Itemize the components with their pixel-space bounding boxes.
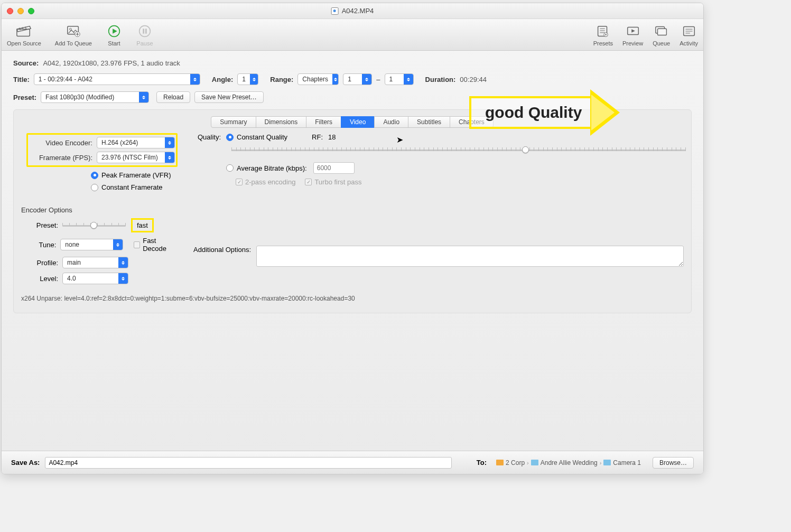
two-pass-checkbox[interactable] (236, 179, 243, 185)
tab-video[interactable]: Video (341, 116, 375, 128)
queue-button[interactable]: Queue (653, 23, 670, 46)
average-bitrate-input[interactable] (313, 162, 355, 174)
toolbar-label: Pause (136, 40, 153, 46)
save-as-input[interactable] (45, 457, 452, 469)
level-label: Level: (21, 275, 58, 283)
range-label: Range: (270, 76, 293, 83)
source-value: A042, 1920x1080, 23.976 FPS, 1 audio tra… (43, 59, 180, 67)
toolbar-label: Open Source (7, 40, 41, 46)
range-from-select[interactable]: 1 (343, 73, 372, 85)
reload-button[interactable]: Reload (156, 91, 190, 103)
constant-quality-label: Constant Quality (237, 133, 287, 141)
title-select[interactable]: 1 - 00:29:44 - A042 (34, 73, 200, 85)
level-select[interactable]: 4.0 (62, 273, 128, 284)
add-to-queue-button[interactable]: Add To Queue (55, 23, 92, 46)
start-button[interactable]: Start (106, 23, 123, 46)
rf-label: RF: (312, 133, 323, 141)
svg-point-2 (69, 28, 71, 30)
source-label: Source: (13, 59, 39, 67)
to-label: To: (477, 459, 487, 466)
presets-button[interactable]: Presets (593, 23, 613, 46)
breadcrumb[interactable]: 2 Corp› Andre Allie Wedding› Camera 1 (496, 459, 641, 466)
x264-unparse: x264 Unparse: level=4.0:ref=2:8x8dct=0:w… (21, 295, 684, 302)
peak-framerate-radio[interactable] (91, 172, 98, 179)
constant-framerate-radio[interactable] (91, 184, 98, 191)
average-bitrate-label: Average Bitrate (kbps): (237, 164, 307, 172)
tune-select[interactable]: none (60, 239, 123, 250)
folder-icon (603, 460, 611, 465)
minimize-window-button[interactable] (17, 8, 24, 14)
title-label: Title: (13, 76, 30, 83)
encoder-options-heading: Encoder Options (21, 206, 684, 214)
two-pass-label: 2-pass encoding (245, 178, 295, 186)
quality-slider[interactable] (231, 145, 686, 155)
toolbar-label: Add To Queue (55, 40, 92, 46)
pause-icon (136, 23, 153, 39)
toolbar: Open Source Add To Queue Start Pause (2, 19, 703, 51)
turbo-first-pass-label: Turbo first pass (314, 178, 361, 186)
toolbar-label: Presets (593, 40, 613, 46)
profile-select[interactable]: main (62, 257, 128, 268)
zoom-window-button[interactable] (28, 8, 34, 14)
tab-filters[interactable]: Filters (306, 116, 341, 128)
additional-options-input[interactable] (256, 246, 684, 267)
save-as-label: Save As: (11, 459, 40, 466)
video-encoder-label: Video Encoder: (29, 139, 92, 147)
main-panel: Summary Dimensions Filters Video Audio S… (13, 109, 692, 313)
pause-button[interactable]: Pause (136, 23, 153, 46)
tab-subtitles[interactable]: Subtitles (408, 116, 450, 128)
svg-rect-7 (145, 29, 147, 33)
video-encoder-select[interactable]: H.264 (x264) (97, 137, 175, 148)
duration-value: 00:29:44 (460, 76, 487, 83)
clapperboard-icon (15, 23, 32, 39)
image-plus-icon (65, 23, 82, 39)
preset-slider[interactable] (62, 221, 126, 230)
range-type-select[interactable]: Chapters (297, 73, 339, 85)
source-row: Source: A042, 1920x1080, 23.976 FPS, 1 a… (13, 59, 692, 67)
close-window-button[interactable] (7, 8, 13, 14)
preset-select[interactable]: Fast 1080p30 (Modified) (41, 91, 149, 103)
angle-label: Angle: (212, 76, 233, 83)
constant-framerate-label: Constant Framerate (101, 183, 163, 191)
constant-quality-radio[interactable] (226, 134, 234, 141)
additional-options-label: Additional Options: (193, 246, 251, 254)
browse-button[interactable]: Browse… (653, 457, 694, 469)
folder-icon (531, 460, 538, 465)
svg-rect-6 (143, 29, 144, 33)
toolbar-label: Queue (653, 40, 670, 46)
range-to-select[interactable]: 1 (385, 73, 414, 85)
tab-summary[interactable]: Summary (211, 116, 256, 128)
turbo-first-pass-checkbox[interactable] (305, 179, 312, 185)
average-bitrate-radio[interactable] (226, 164, 234, 172)
fast-decode-checkbox[interactable] (134, 241, 140, 248)
tab-audio[interactable]: Audio (374, 116, 408, 128)
duration-label: Duration: (425, 76, 456, 83)
range-dash: – (376, 76, 380, 83)
window-title: A042.MP4 (342, 7, 374, 15)
activity-icon (681, 23, 697, 39)
svg-point-5 (139, 25, 151, 36)
fast-decode-label: Fast Decode (143, 237, 180, 253)
framerate-label: Framerate (FPS): (29, 154, 92, 162)
tab-dimensions[interactable]: Dimensions (256, 116, 307, 128)
activity-button[interactable]: Activity (680, 23, 698, 46)
document-icon (331, 7, 339, 15)
quality-label: Quality: (194, 133, 221, 141)
framerate-select[interactable]: 23.976 (NTSC Film) (97, 152, 175, 163)
toolbar-label: Preview (622, 40, 643, 46)
preset-label: Preset: (13, 94, 36, 101)
tab-chapters[interactable]: Chapters (450, 116, 494, 128)
save-new-preset-button[interactable]: Save New Preset… (194, 91, 264, 103)
tune-label: Tune: (21, 241, 56, 249)
play-icon (106, 23, 123, 39)
angle-select[interactable]: 1 (237, 73, 258, 85)
presets-icon (594, 23, 611, 39)
peak-framerate-label: Peak Framerate (VFR) (101, 171, 171, 179)
preview-button[interactable]: Preview (622, 23, 643, 46)
bottombar: Save As: To: 2 Corp› Andre Allie Wedding… (2, 451, 703, 474)
folder-icon (496, 460, 504, 465)
preset-speed-value: fast (131, 218, 154, 232)
open-source-button[interactable]: Open Source (7, 23, 41, 46)
titlebar: A042.MP4 (2, 3, 703, 19)
preview-icon (625, 23, 641, 39)
